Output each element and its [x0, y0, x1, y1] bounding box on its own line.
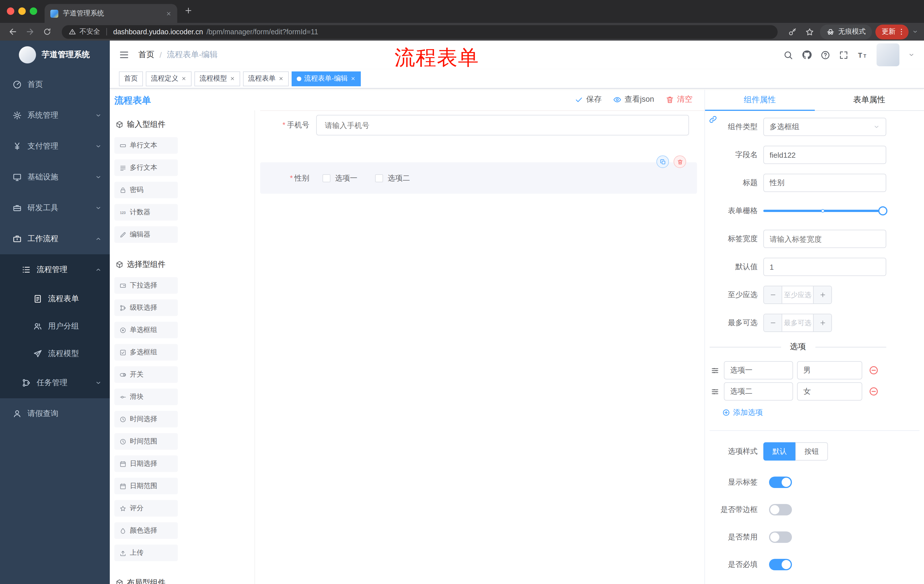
browser-menu-dots-icon[interactable] — [897, 28, 906, 36]
ssl-warning-icon[interactable] — [69, 28, 76, 35]
user-avatar[interactable] — [876, 43, 899, 66]
tag-process-model[interactable]: 流程模型 — [195, 71, 240, 86]
palette-item-rate[interactable]: 评分 — [114, 500, 178, 517]
sidebar-item-leave-query[interactable]: 请假查询 — [0, 398, 110, 429]
palette-item-upload[interactable]: 上传 — [114, 545, 178, 561]
slider-handle[interactable] — [878, 206, 888, 216]
add-option-button[interactable]: 添加选项 — [722, 408, 924, 418]
tag-process-definition[interactable]: 流程定义 — [146, 71, 191, 86]
breadcrumb-home[interactable]: 首页 — [139, 50, 154, 60]
style-default-button[interactable]: 默认 — [763, 442, 796, 461]
palette-item-dropdown[interactable]: 下拉选择 — [114, 277, 178, 294]
password-key-icon[interactable] — [785, 25, 799, 39]
phone-input[interactable] — [316, 115, 689, 135]
option-value-input[interactable] — [797, 382, 862, 401]
palette-item-checkbox-group[interactable]: 多选框组 — [114, 344, 178, 360]
clear-button[interactable]: 清空 — [665, 94, 693, 105]
option-label-input[interactable] — [724, 361, 793, 380]
window-zoom-button[interactable] — [30, 7, 37, 15]
sidebar-item-process-mgmt[interactable]: 流程管理 — [0, 254, 110, 285]
drag-handle-icon[interactable] — [711, 387, 719, 396]
incognito-badge[interactable]: 无痕模式 — [820, 24, 872, 39]
sidebar-item-home[interactable]: 首页 — [0, 69, 110, 100]
update-button[interactable]: 更新 — [875, 24, 909, 39]
palette-item-color-picker[interactable]: 颜色选择 — [114, 522, 178, 539]
palette-item-switch[interactable]: 开关 — [114, 366, 178, 383]
option-label-input[interactable] — [724, 382, 793, 401]
increase-button[interactable] — [813, 314, 832, 331]
canvas-field-phone[interactable]: 手机号 — [260, 115, 705, 135]
remove-option-button[interactable] — [868, 386, 879, 396]
palette-item-time-range[interactable]: 时间范围 — [114, 433, 178, 450]
sidebar-item-task-mgmt[interactable]: 任务管理 — [0, 367, 110, 398]
font-size-button[interactable] — [857, 49, 868, 60]
forward-button[interactable] — [23, 25, 36, 39]
palette-item-date-picker[interactable]: 日期选择 — [114, 456, 178, 472]
gender-checkbox-option1[interactable]: 选项一 — [322, 173, 357, 183]
window-close-button[interactable] — [7, 7, 14, 15]
close-icon[interactable] — [350, 76, 356, 81]
sidebar-item-process-form[interactable]: 流程表单 — [0, 285, 110, 313]
label-width-input[interactable] — [763, 230, 886, 248]
sidebar-item-user-group[interactable]: 用户分组 — [0, 313, 110, 340]
sidebar-item-workflow[interactable]: 工作流程 — [0, 224, 110, 254]
palette-item-editor[interactable]: 编辑器 — [114, 226, 178, 243]
gender-checkbox-option2[interactable]: 选项二 — [375, 173, 410, 183]
sidebar-item-devtools[interactable]: 研发工具 — [0, 192, 110, 224]
default-value-input[interactable] — [763, 258, 886, 276]
save-button[interactable]: 保存 — [575, 94, 602, 105]
tag-process-form-edit[interactable]: 流程表单-编辑 — [292, 71, 361, 86]
tag-process-form[interactable]: 流程表单 — [243, 71, 289, 86]
min-select-placeholder[interactable]: 至少应选 — [782, 286, 813, 303]
border-toggle[interactable] — [769, 504, 792, 515]
avatar-caret[interactable] — [908, 51, 915, 58]
tab-component-props[interactable]: 组件属性 — [705, 90, 815, 110]
reload-button[interactable] — [40, 25, 54, 39]
max-select-placeholder[interactable]: 最多可选 — [782, 314, 813, 331]
remove-option-button[interactable] — [868, 365, 879, 375]
sidebar-item-process-model[interactable]: 流程模型 — [0, 340, 110, 367]
show-label-toggle[interactable] — [769, 477, 792, 488]
palette-item-date-range[interactable]: 日期范围 — [114, 478, 178, 494]
address-bar[interactable]: 不安全 dashboard.yudao.iocoder.cn/bpm/manag… — [62, 25, 778, 39]
decrease-button[interactable] — [764, 314, 782, 331]
component-type-select[interactable]: 多选框组 — [763, 118, 886, 136]
browser-tab[interactable]: 芋道管理系统 — [45, 4, 177, 23]
decrease-button[interactable] — [764, 286, 782, 303]
view-json-button[interactable]: 查看json — [613, 94, 654, 105]
palette-item-radio-group[interactable]: 单选框组 — [114, 322, 178, 338]
new-tab-button[interactable] — [184, 6, 193, 15]
tag-home[interactable]: 首页 — [119, 71, 143, 86]
increase-button[interactable] — [813, 286, 832, 303]
palette-item-cascader[interactable]: 级联选择 — [114, 299, 178, 316]
header-search-button[interactable] — [783, 50, 793, 60]
sidebar-logo[interactable]: 芋道管理系统 — [0, 41, 110, 69]
help-button[interactable] — [820, 50, 830, 60]
github-link[interactable] — [802, 50, 812, 60]
palette-item-single-text[interactable]: 单行文本 — [114, 137, 178, 154]
bookmark-star-icon[interactable] — [803, 25, 817, 39]
drag-handle-icon[interactable] — [711, 366, 719, 375]
disabled-toggle[interactable] — [769, 531, 792, 543]
tab-close-icon[interactable] — [166, 11, 172, 16]
grid-slider[interactable] — [763, 202, 886, 220]
duplicate-field-button[interactable] — [657, 155, 669, 168]
required-toggle[interactable] — [769, 559, 792, 570]
window-minimize-button[interactable] — [18, 7, 26, 15]
palette-item-password[interactable]: 密码 — [114, 182, 178, 198]
close-icon[interactable] — [279, 76, 284, 81]
palette-item-multi-text[interactable]: 多行文本 — [114, 160, 178, 176]
palette-item-counter[interactable]: 计数器 — [114, 204, 178, 220]
sidebar-item-infra[interactable]: 基础设施 — [0, 162, 110, 192]
sidebar-item-system[interactable]: 系统管理 — [0, 100, 110, 131]
close-icon[interactable] — [230, 76, 235, 81]
style-button-button[interactable]: 按钮 — [795, 442, 828, 461]
back-button[interactable] — [6, 25, 20, 39]
overflow-chevron-icon[interactable] — [912, 29, 918, 35]
option-value-input[interactable] — [797, 361, 862, 380]
palette-item-time-picker[interactable]: 时间选择 — [114, 411, 178, 428]
close-icon[interactable] — [181, 76, 186, 81]
sidebar-item-payment[interactable]: 支付管理 — [0, 131, 110, 162]
delete-field-button[interactable] — [673, 155, 686, 168]
tab-form-props[interactable]: 表单属性 — [815, 90, 924, 110]
